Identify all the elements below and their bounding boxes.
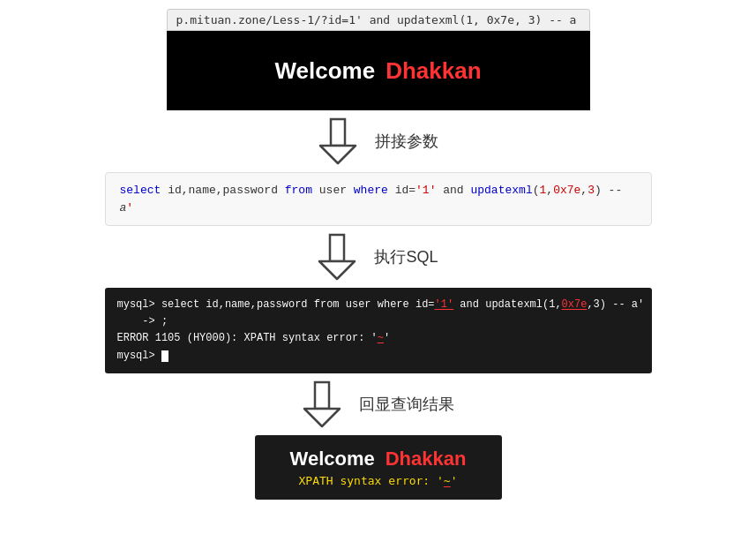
sql-comma1: ,	[546, 184, 553, 197]
result-error-text: XPATH syntax error: '~'	[273, 474, 484, 487]
arrow2-down	[318, 233, 356, 281]
sql-value: '1'	[415, 184, 436, 197]
sql-table: user	[319, 184, 354, 197]
result-dhakkan-label: Dhakkan	[385, 448, 467, 470]
svg-marker-5	[304, 409, 340, 426]
main-container: p.mituan.zone/Less-1/?id=1' and updatexm…	[0, 0, 756, 517]
result-error-label: XPATH syntax error: '	[298, 474, 443, 487]
terminal-line3: ERROR 1105 (HY000): XPATH syntax error: …	[117, 330, 640, 347]
svg-rect-0	[331, 119, 345, 146]
sql-func: updatexml	[470, 184, 532, 197]
browser-section: p.mituan.zone/Less-1/?id=1' and updatexm…	[167, 9, 590, 110]
sql-section: select id,name,password from user where …	[105, 172, 652, 226]
svg-marker-3	[319, 261, 355, 279]
sql-condition: id=	[395, 184, 415, 197]
result-welcome-label: Welcome	[290, 448, 375, 470]
sql-params: (	[533, 184, 540, 197]
arrow1-label: 拼接参数	[375, 131, 438, 152]
terminal-line1: mysql> select id,name,password from user…	[117, 297, 640, 313]
sql-quote: '	[126, 201, 133, 215]
sql-keyword-from: from	[285, 184, 312, 197]
arrow3-label: 回显查询结果	[359, 394, 454, 415]
sql-keyword-select: select	[120, 184, 161, 197]
url-bar: p.mituan.zone/Less-1/?id=1' and updatexm…	[167, 9, 590, 31]
arrow1-container: 拼接参数	[0, 117, 756, 165]
sql-keyword-where: where	[354, 184, 388, 197]
result-section: Welcome Dhakkan XPATH syntax error: '~'	[255, 435, 502, 500]
arrow2-with-label: 执行SQL	[318, 233, 438, 281]
sql-fields: id,name,password	[168, 184, 285, 197]
sql-comment: --	[609, 184, 623, 197]
result-error-quote: '	[451, 474, 458, 487]
dhakkan-label: Dhakkan	[385, 57, 481, 85]
browser-content: Welcome Dhakkan	[167, 31, 590, 110]
sql-paren: )	[595, 184, 609, 197]
sql-param2: 0x7e	[553, 184, 580, 197]
svg-marker-1	[320, 146, 356, 163]
arrow3-container: 回显查询结果	[0, 380, 756, 428]
result-error-tilde: ~	[444, 474, 451, 487]
arrow2-label: 执行SQL	[374, 246, 438, 267]
svg-rect-4	[315, 382, 329, 409]
svg-rect-2	[330, 235, 344, 261]
welcome-label: Welcome	[274, 57, 375, 85]
arrow3-with-label: 回显查询结果	[303, 380, 454, 428]
arrow1-with-label: 拼接参数	[318, 117, 438, 165]
sql-param3: 3	[588, 184, 595, 197]
url-text: p.mituan.zone/Less-1/?id=1' and updatexm…	[176, 13, 577, 26]
result-welcome-row: Welcome Dhakkan	[273, 448, 484, 470]
arrow3-down	[303, 380, 341, 428]
terminal-line4: mysql>	[117, 348, 640, 365]
arrow1-down	[318, 117, 357, 165]
sql-and: and	[443, 184, 470, 197]
arrow2-container: 执行SQL	[0, 233, 756, 281]
terminal-cursor	[161, 350, 168, 362]
sql-comma2: ,	[580, 184, 588, 197]
terminal-section: mysql> select id,name,password from user…	[105, 288, 652, 373]
terminal-line2: -> ;	[117, 313, 640, 330]
